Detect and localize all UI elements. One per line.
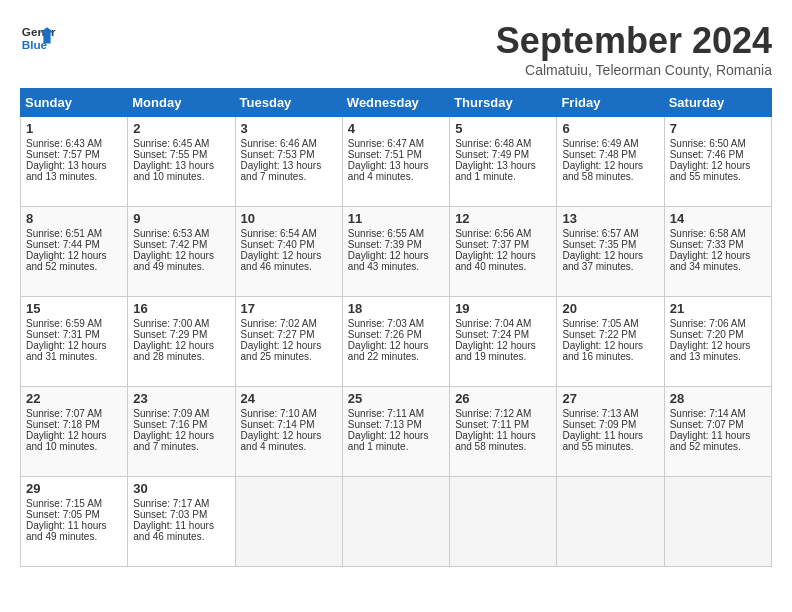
list-item: 9Sunrise: 6:53 AMSunset: 7:42 PMDaylight… xyxy=(128,207,235,297)
day-number: 10 xyxy=(241,211,337,226)
day-number: 16 xyxy=(133,301,229,316)
day-info: Sunset: 7:18 PM xyxy=(26,419,122,430)
list-item: 12Sunrise: 6:56 AMSunset: 7:37 PMDayligh… xyxy=(450,207,557,297)
list-item: 28Sunrise: 7:14 AMSunset: 7:07 PMDayligh… xyxy=(664,387,771,477)
day-info: Sunrise: 6:59 AM xyxy=(26,318,122,329)
day-info: Sunset: 7:24 PM xyxy=(455,329,551,340)
day-info: and 31 minutes. xyxy=(26,351,122,362)
day-number: 26 xyxy=(455,391,551,406)
day-info: Sunset: 7:22 PM xyxy=(562,329,658,340)
day-info: and 40 minutes. xyxy=(455,261,551,272)
list-item: 3Sunrise: 6:46 AMSunset: 7:53 PMDaylight… xyxy=(235,117,342,207)
day-info: Daylight: 13 hours xyxy=(455,160,551,171)
day-info: Sunset: 7:14 PM xyxy=(241,419,337,430)
day-info: Daylight: 12 hours xyxy=(133,430,229,441)
day-info: and 37 minutes. xyxy=(562,261,658,272)
day-info: and 4 minutes. xyxy=(241,441,337,452)
day-info: Daylight: 13 hours xyxy=(133,160,229,171)
list-item: 16Sunrise: 7:00 AMSunset: 7:29 PMDayligh… xyxy=(128,297,235,387)
day-info: Daylight: 12 hours xyxy=(670,340,766,351)
day-info: Sunset: 7:07 PM xyxy=(670,419,766,430)
day-info: Sunrise: 7:06 AM xyxy=(670,318,766,329)
day-number: 21 xyxy=(670,301,766,316)
day-info: Sunrise: 6:53 AM xyxy=(133,228,229,239)
table-row: 29Sunrise: 7:15 AMSunset: 7:05 PMDayligh… xyxy=(21,477,772,567)
day-info: Sunset: 7:03 PM xyxy=(133,509,229,520)
day-number: 7 xyxy=(670,121,766,136)
day-number: 1 xyxy=(26,121,122,136)
table-row: 15Sunrise: 6:59 AMSunset: 7:31 PMDayligh… xyxy=(21,297,772,387)
day-info: Daylight: 13 hours xyxy=(241,160,337,171)
table-row: 22Sunrise: 7:07 AMSunset: 7:18 PMDayligh… xyxy=(21,387,772,477)
day-info: Sunrise: 6:47 AM xyxy=(348,138,444,149)
day-number: 12 xyxy=(455,211,551,226)
col-friday: Friday xyxy=(557,89,664,117)
day-info: Sunrise: 7:12 AM xyxy=(455,408,551,419)
list-item: 15Sunrise: 6:59 AMSunset: 7:31 PMDayligh… xyxy=(21,297,128,387)
table-row: 8Sunrise: 6:51 AMSunset: 7:44 PMDaylight… xyxy=(21,207,772,297)
logo: General Blue xyxy=(20,20,56,56)
day-info: Sunrise: 6:45 AM xyxy=(133,138,229,149)
day-info: Sunset: 7:09 PM xyxy=(562,419,658,430)
col-monday: Monday xyxy=(128,89,235,117)
day-info: Sunset: 7:33 PM xyxy=(670,239,766,250)
day-info: Sunset: 7:29 PM xyxy=(133,329,229,340)
list-item: 2Sunrise: 6:45 AMSunset: 7:55 PMDaylight… xyxy=(128,117,235,207)
day-info: Sunrise: 7:00 AM xyxy=(133,318,229,329)
list-item: 25Sunrise: 7:11 AMSunset: 7:13 PMDayligh… xyxy=(342,387,449,477)
col-wednesday: Wednesday xyxy=(342,89,449,117)
day-info: Sunrise: 7:03 AM xyxy=(348,318,444,329)
day-info: Sunrise: 6:48 AM xyxy=(455,138,551,149)
col-sunday: Sunday xyxy=(21,89,128,117)
list-item: 8Sunrise: 6:51 AMSunset: 7:44 PMDaylight… xyxy=(21,207,128,297)
day-info: Daylight: 12 hours xyxy=(241,340,337,351)
day-info: and 7 minutes. xyxy=(133,441,229,452)
day-info: and 55 minutes. xyxy=(562,441,658,452)
list-item: 10Sunrise: 6:54 AMSunset: 7:40 PMDayligh… xyxy=(235,207,342,297)
day-info: and 55 minutes. xyxy=(670,171,766,182)
list-item: 13Sunrise: 6:57 AMSunset: 7:35 PMDayligh… xyxy=(557,207,664,297)
day-number: 27 xyxy=(562,391,658,406)
day-number: 23 xyxy=(133,391,229,406)
list-item: 30Sunrise: 7:17 AMSunset: 7:03 PMDayligh… xyxy=(128,477,235,567)
day-number: 8 xyxy=(26,211,122,226)
day-info: Daylight: 12 hours xyxy=(348,250,444,261)
month-title: September 2024 xyxy=(496,20,772,62)
day-info: Sunrise: 7:15 AM xyxy=(26,498,122,509)
day-info: Daylight: 12 hours xyxy=(26,340,122,351)
day-info: Daylight: 11 hours xyxy=(562,430,658,441)
list-item: 18Sunrise: 7:03 AMSunset: 7:26 PMDayligh… xyxy=(342,297,449,387)
day-info: Daylight: 13 hours xyxy=(26,160,122,171)
col-thursday: Thursday xyxy=(450,89,557,117)
day-info: and 46 minutes. xyxy=(133,531,229,542)
day-info: Sunset: 7:51 PM xyxy=(348,149,444,160)
day-info: and 19 minutes. xyxy=(455,351,551,362)
day-info: Sunrise: 6:55 AM xyxy=(348,228,444,239)
list-item xyxy=(342,477,449,567)
list-item xyxy=(557,477,664,567)
day-number: 20 xyxy=(562,301,658,316)
day-number: 3 xyxy=(241,121,337,136)
day-info: and 1 minute. xyxy=(348,441,444,452)
day-info: Sunset: 7:11 PM xyxy=(455,419,551,430)
day-number: 19 xyxy=(455,301,551,316)
day-info: Sunset: 7:39 PM xyxy=(348,239,444,250)
list-item: 29Sunrise: 7:15 AMSunset: 7:05 PMDayligh… xyxy=(21,477,128,567)
day-info: and 25 minutes. xyxy=(241,351,337,362)
day-number: 11 xyxy=(348,211,444,226)
list-item: 1Sunrise: 6:43 AMSunset: 7:57 PMDaylight… xyxy=(21,117,128,207)
list-item: 20Sunrise: 7:05 AMSunset: 7:22 PMDayligh… xyxy=(557,297,664,387)
day-number: 29 xyxy=(26,481,122,496)
page-header: General Blue September 2024 Calmatuiu, T… xyxy=(20,20,772,78)
day-info: Daylight: 13 hours xyxy=(348,160,444,171)
title-block: September 2024 Calmatuiu, Teleorman Coun… xyxy=(496,20,772,78)
day-info: Sunrise: 6:56 AM xyxy=(455,228,551,239)
day-info: Daylight: 12 hours xyxy=(455,250,551,261)
day-info: and 52 minutes. xyxy=(26,261,122,272)
day-number: 22 xyxy=(26,391,122,406)
day-info: Sunset: 7:48 PM xyxy=(562,149,658,160)
day-number: 15 xyxy=(26,301,122,316)
list-item xyxy=(450,477,557,567)
day-number: 24 xyxy=(241,391,337,406)
day-info: Daylight: 12 hours xyxy=(241,430,337,441)
